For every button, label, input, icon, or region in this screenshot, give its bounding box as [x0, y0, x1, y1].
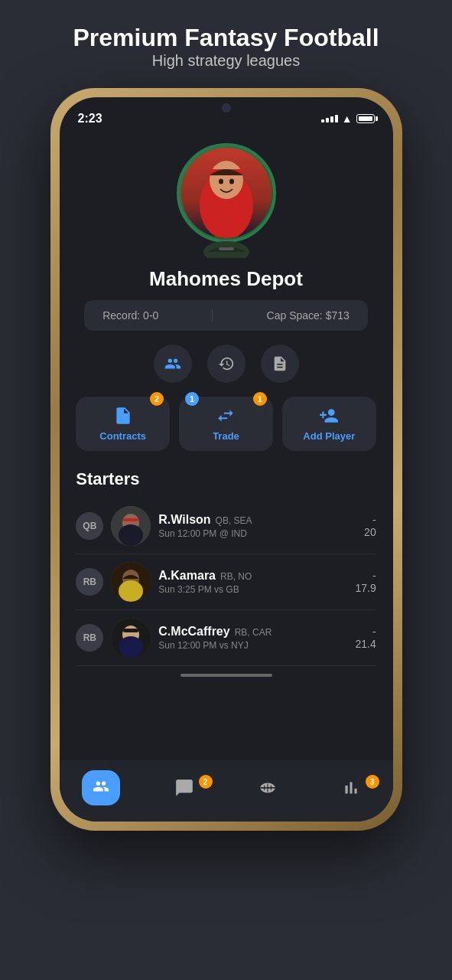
- stat-divider: [212, 309, 213, 322]
- table-row[interactable]: RB C.McCaffrey R: [76, 610, 376, 666]
- avatar-section: [177, 143, 276, 258]
- nav-team-bg: [82, 770, 120, 805]
- trade-button[interactable]: 1 1 Trade: [179, 397, 273, 451]
- player-avatar-wilson: [111, 506, 151, 546]
- stats-bar: Record: 0-0 Cap Space: $713: [84, 300, 368, 331]
- page-wrapper: Premium Fantasy Football High strategy l…: [0, 0, 452, 980]
- status-time: 2:23: [78, 112, 102, 126]
- history-icon-btn[interactable]: [207, 345, 246, 383]
- svg-point-2: [210, 161, 243, 199]
- status-icons: ▲: [321, 113, 375, 125]
- player-name-line: A.Kamara RB, NO: [158, 569, 345, 583]
- phone-notch: [165, 97, 288, 119]
- home-indicator: [180, 674, 272, 677]
- nav-item-chat[interactable]: 2: [143, 778, 226, 798]
- player-pos-team: QB, SEA: [216, 515, 252, 526]
- player-avatar-kamara: [111, 562, 151, 602]
- player-info-wilson: R.Wilson QB, SEA Sun 12:00 PM @ IND: [158, 513, 345, 539]
- player-name: R.Wilson: [158, 513, 210, 527]
- position-badge-rb1: RB: [76, 568, 103, 596]
- position-badge-rb2: RB: [76, 624, 103, 652]
- contracts-label: Contracts: [99, 430, 146, 442]
- nav-item-ball[interactable]: [226, 778, 310, 798]
- add-player-label: Add Player: [303, 430, 355, 442]
- svg-point-10: [119, 524, 143, 546]
- phone-screen: 2:23 ▲: [60, 97, 393, 822]
- svg-rect-11: [123, 518, 138, 521]
- player-score-wilson: - 20: [353, 514, 376, 538]
- helmet-decoration: [188, 237, 265, 258]
- record-stat: Record: 0-0: [102, 309, 158, 322]
- player-name: A.Kamara: [158, 569, 216, 583]
- avatar: [181, 148, 272, 238]
- battery-icon: [356, 114, 375, 123]
- phone-frame: 2:23 ▲: [50, 88, 402, 831]
- nav-stats-badge: 3: [366, 775, 379, 789]
- contracts-badge: 2: [150, 392, 164, 406]
- starters-section: Starters QB: [76, 469, 376, 666]
- signal-icon: [321, 115, 338, 122]
- svg-point-5: [229, 179, 234, 185]
- table-row[interactable]: RB A.Kamara RB,: [76, 554, 376, 610]
- nav-item-stats[interactable]: 3: [310, 778, 393, 798]
- contracts-button[interactable]: 2 Contracts: [76, 397, 170, 451]
- action-icons-row: [154, 345, 299, 383]
- nav-chat-badge: 2: [199, 775, 213, 789]
- player-info-kamara: A.Kamara RB, NO Sun 3:25 PM vs GB: [158, 569, 345, 595]
- screen-content: Mahomes Depot Record: 0-0 Cap Space: $71…: [60, 131, 393, 760]
- starters-title: Starters: [76, 469, 376, 489]
- roster-icon-btn[interactable]: [154, 345, 192, 383]
- add-player-button[interactable]: Add Player: [282, 397, 376, 451]
- table-row[interactable]: QB R.Wilson QB,: [76, 498, 376, 554]
- player-score-mccaffrey: - 21.4: [353, 626, 376, 650]
- player-game: Sun 3:25 PM vs GB: [158, 584, 345, 595]
- app-header: Premium Fantasy Football High strategy l…: [73, 23, 379, 70]
- team-avatar-ring: [177, 143, 276, 243]
- svg-point-14: [119, 580, 143, 602]
- position-badge-qb: QB: [76, 512, 103, 540]
- notes-icon-btn[interactable]: [261, 345, 299, 383]
- player-name-line: C.McCaffrey RB, CAR: [158, 625, 345, 639]
- player-info-mccaffrey: C.McCaffrey RB, CAR Sun 12:00 PM vs NYJ: [158, 625, 345, 651]
- bottom-nav: 2 3: [60, 760, 393, 822]
- cap-space-stat: Cap Space: $713: [267, 309, 350, 322]
- app-title: Premium Fantasy Football: [73, 23, 379, 52]
- svg-rect-7: [219, 247, 234, 250]
- svg-rect-18: [123, 629, 138, 632]
- wifi-icon: ▲: [342, 113, 353, 125]
- svg-point-17: [119, 636, 143, 658]
- player-game: Sun 12:00 PM @ IND: [158, 528, 345, 539]
- player-avatar-mccaffrey: [111, 618, 151, 658]
- svg-point-4: [219, 179, 223, 185]
- player-pos-team: RB, CAR: [235, 627, 272, 638]
- trade-badge-right: 1: [253, 392, 267, 406]
- player-score-kamara: - 17.9: [353, 570, 376, 594]
- trade-badge-left: 1: [185, 392, 199, 406]
- app-subtitle: High strategy leagues: [73, 52, 379, 70]
- big-actions-row: 2 Contracts 1 1 Trade: [76, 397, 376, 451]
- team-name: Mahomes Depot: [149, 267, 303, 291]
- player-game: Sun 12:00 PM vs NYJ: [158, 640, 345, 651]
- player-name: C.McCaffrey: [158, 625, 229, 639]
- trade-label: Trade: [213, 430, 239, 442]
- nav-item-team[interactable]: [60, 770, 143, 805]
- player-pos-team: RB, NO: [220, 571, 252, 582]
- player-name-line: R.Wilson QB, SEA: [158, 513, 345, 527]
